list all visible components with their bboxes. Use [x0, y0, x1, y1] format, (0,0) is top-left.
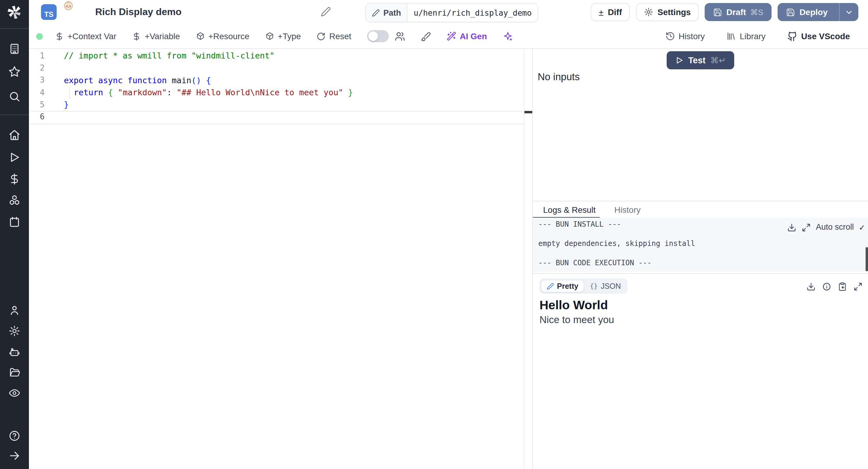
- pretty-view-button[interactable]: Pretty: [541, 280, 584, 292]
- code-editor[interactable]: 1// import * as wmill from "windmill-cli…: [29, 49, 532, 469]
- reset-button[interactable]: Reset: [316, 31, 351, 41]
- download-icon: [787, 223, 796, 232]
- path-button[interactable]: Path u/henri/rich_display_demo: [365, 3, 538, 22]
- logs-tabs: Logs & Result History: [533, 201, 868, 218]
- sidebar-item-help[interactable]: [0, 430, 29, 442]
- scrollbar-thumb[interactable]: [865, 247, 868, 271]
- pencil-icon: [321, 7, 331, 17]
- home-icon: [8, 129, 21, 141]
- log-line: --- BUN CODE EXECUTION ---: [538, 258, 868, 268]
- sidebar-item-audit-logs[interactable]: [0, 387, 29, 399]
- windmill-logo[interactable]: [0, 4, 29, 20]
- json-view-button[interactable]: {} JSON: [584, 280, 626, 292]
- code-row: 4 return { "markdown": "## Hello World\n…: [29, 86, 532, 99]
- sidebar-item-home[interactable]: [0, 129, 29, 141]
- edit-title-button[interactable]: [321, 7, 331, 17]
- settings-button[interactable]: Settings: [636, 3, 698, 21]
- sidebar-item-resources[interactable]: [0, 194, 29, 206]
- sidebar-item-users[interactable]: [0, 305, 29, 316]
- auto-scroll-label[interactable]: Auto scroll: [816, 222, 854, 232]
- toolbar-right: History Library Use VScode: [665, 31, 850, 41]
- library-icon: [727, 31, 736, 41]
- code-row: 1// import * as wmill from "windmill-cli…: [29, 50, 532, 62]
- add-variable-button[interactable]: +Variable: [132, 31, 180, 41]
- ai-sparkles-button[interactable]: [503, 31, 513, 41]
- chevron-down-icon: [844, 7, 854, 17]
- sidebar-expand-button[interactable]: [0, 450, 29, 462]
- sidebar-item-workers[interactable]: [0, 346, 29, 358]
- diff-label: Diff: [608, 7, 622, 17]
- deploy-dropdown-button[interactable]: [839, 3, 854, 21]
- sidebar-item-favorites[interactable]: [0, 66, 29, 78]
- diff-button[interactable]: ± Diff: [591, 3, 629, 21]
- wand-icon: [447, 31, 456, 41]
- test-label: Test: [688, 56, 706, 65]
- multiplayer-button[interactable]: [395, 31, 405, 41]
- play-icon: [8, 151, 21, 163]
- deploy-button[interactable]: Deploy: [778, 3, 858, 21]
- draft-shortcut: ⌘S: [750, 7, 763, 17]
- line-number: 1: [29, 51, 44, 60]
- result-heading: Hello World: [539, 298, 862, 312]
- path-value: u/henri/rich_display_demo: [408, 4, 538, 22]
- deploy-label: Deploy: [800, 7, 828, 17]
- package-icon: [195, 32, 205, 41]
- refresh-icon: [316, 32, 326, 41]
- library-label: Library: [740, 31, 766, 41]
- reset-label: Reset: [329, 31, 351, 41]
- ai-gen-button[interactable]: AI Gen: [447, 31, 487, 41]
- gear-icon: [8, 325, 21, 337]
- windmill-logo-icon: [7, 4, 22, 20]
- code-line: export async function main() {: [64, 75, 211, 85]
- logs-controls: Auto scroll ✓: [787, 222, 864, 232]
- add-resource-label: +Resource: [208, 31, 249, 41]
- use-vscode-button[interactable]: Use VScode: [787, 31, 850, 41]
- download-result-button[interactable]: [807, 282, 815, 291]
- check-icon[interactable]: ✓: [859, 222, 864, 232]
- pencil-icon: [372, 9, 380, 17]
- sidebar-item-search[interactable]: [0, 90, 29, 102]
- library-button[interactable]: Library: [727, 31, 766, 41]
- download-logs-button[interactable]: [787, 223, 796, 232]
- sidebar-item-runs[interactable]: [0, 151, 29, 163]
- code-row: 2: [29, 62, 532, 74]
- dollar-icon: [8, 173, 21, 185]
- expand-logs-button[interactable]: [801, 223, 810, 232]
- page-title: Rich Display demo: [95, 0, 181, 24]
- expand-icon: [854, 282, 863, 291]
- format-button[interactable]: [421, 31, 431, 41]
- result-info-button[interactable]: [822, 282, 831, 291]
- calendar-icon: [8, 216, 21, 228]
- diff-mode-toggle[interactable]: [367, 30, 389, 42]
- line-number: 4: [29, 88, 44, 97]
- no-inputs-text: No inputs: [538, 71, 868, 83]
- windmill-script-editor: TS Rich Display demo Pat: [0, 0, 868, 469]
- copy-result-button[interactable]: [838, 282, 847, 291]
- sidebar-item-settings[interactable]: [0, 325, 29, 337]
- robot-icon: [8, 346, 21, 358]
- add-resource-button[interactable]: +Resource: [195, 31, 249, 41]
- download-icon: [807, 282, 815, 291]
- star-icon: [8, 66, 21, 78]
- sparkles-icon: [503, 31, 513, 41]
- tab-logs-result[interactable]: Logs & Result: [543, 205, 595, 214]
- diff-icon: ±: [598, 7, 603, 17]
- sidebar-item-variables[interactable]: [0, 173, 29, 185]
- tab-history[interactable]: History: [614, 205, 641, 214]
- help-icon: [8, 430, 21, 442]
- sidebar-item-schedules[interactable]: [0, 216, 29, 228]
- sidebar-item-folders[interactable]: [0, 367, 29, 379]
- history-button[interactable]: History: [665, 31, 705, 41]
- editor-toolbar: +Context Var +Variable +Resource +Type R…: [29, 24, 868, 49]
- test-shortcut: ⌘↵: [710, 56, 726, 65]
- dollar-icon: [132, 32, 141, 41]
- history-label: History: [678, 31, 705, 41]
- test-button[interactable]: Test ⌘↵: [667, 51, 735, 69]
- package-icon: [265, 32, 274, 41]
- draft-button[interactable]: Draft ⌘S: [705, 3, 772, 21]
- maximize-result-button[interactable]: [854, 282, 863, 291]
- add-context-var-button[interactable]: +Context Var: [55, 31, 116, 41]
- add-type-button[interactable]: +Type: [265, 31, 301, 41]
- sidebar-item-workspace[interactable]: [0, 43, 29, 55]
- dollar-icon: [55, 32, 64, 41]
